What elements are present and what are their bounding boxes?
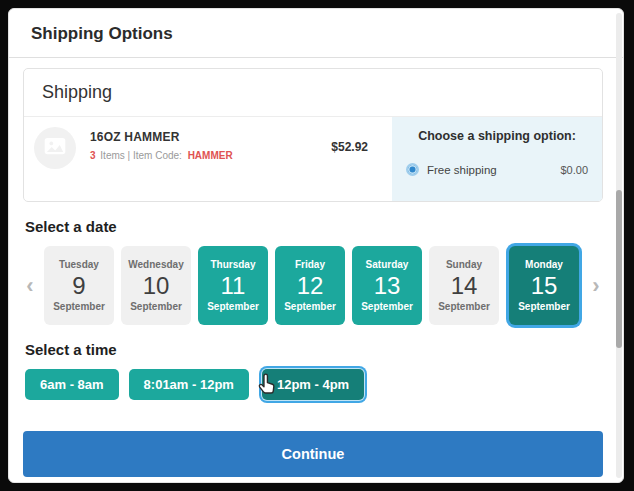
shipping-options-panel: Choose a shipping option: Free shipping … (392, 117, 602, 201)
shipping-option-free[interactable]: Free shipping $0.00 (406, 163, 588, 176)
date-weekday: Thursday (210, 259, 255, 270)
product-row: 16OZ HAMMER 3 Items | Item Code: HAMMER … (24, 117, 392, 201)
product-price: $52.92 (331, 127, 382, 154)
select-time-title: Select a time (25, 341, 603, 358)
shipping-card-title: Shipping (24, 69, 602, 117)
date-card-sunday-14[interactable]: Sunday 14 September (429, 246, 499, 325)
date-card-thursday-11[interactable]: Thursday 11 September (198, 246, 268, 325)
product-qty: 3 (90, 150, 96, 161)
radio-selected-icon[interactable] (406, 163, 419, 176)
date-card-saturday-13[interactable]: Saturday 13 September (352, 246, 422, 325)
page-title: Shipping Options (9, 9, 623, 58)
date-month: September (207, 301, 259, 312)
shipping-options-dialog: Shipping Options Shipping (8, 8, 624, 483)
select-date-title: Select a date (25, 218, 603, 235)
product-meta: 3 Items | Item Code: HAMMER (90, 150, 233, 161)
date-day: 12 (297, 272, 324, 300)
shipping-card: Shipping 16OZ HAMMER (23, 68, 603, 202)
product-image-placeholder (34, 127, 76, 169)
date-month: September (53, 301, 105, 312)
time-slot-6am-8am[interactable]: 6am - 8am (25, 369, 119, 400)
scrollbar-thumb[interactable] (616, 190, 622, 348)
date-month: September (130, 301, 182, 312)
date-month: September (438, 301, 490, 312)
continue-button[interactable]: Continue (23, 431, 603, 477)
date-weekday: Friday (295, 259, 325, 270)
shipping-option-price: $0.00 (560, 164, 588, 176)
product-meta-text: Items | Item Code: (100, 150, 182, 161)
date-card-monday-15-selected[interactable]: Monday 15 September (509, 246, 579, 325)
date-day: 10 (143, 272, 170, 300)
date-weekday: Wednesday (128, 259, 183, 270)
date-month: September (518, 301, 570, 312)
date-carousel: ‹ Tuesday 9 September Wednesday 10 Septe… (23, 246, 603, 325)
date-card-tuesday-9[interactable]: Tuesday 9 September (44, 246, 114, 325)
date-day: 13 (374, 272, 401, 300)
date-weekday: Saturday (366, 259, 409, 270)
date-weekday: Tuesday (59, 259, 99, 270)
time-slot-801am-12pm[interactable]: 8:01am - 12pm (129, 369, 249, 400)
date-weekday: Monday (525, 259, 563, 270)
shipping-card-body: 16OZ HAMMER 3 Items | Item Code: HAMMER … (24, 117, 602, 201)
date-weekday: Sunday (446, 259, 482, 270)
dialog-content: Shipping 16OZ HAMMER (9, 58, 623, 477)
date-day: 11 (221, 272, 246, 300)
product-info: 16OZ HAMMER 3 Items | Item Code: HAMMER (90, 127, 233, 161)
time-slot-12pm-4pm-selected[interactable]: 12pm - 4pm (262, 369, 364, 400)
product-item-code: HAMMER (188, 150, 233, 161)
prev-chevron-icon[interactable]: ‹ (23, 246, 37, 325)
date-card-friday-12[interactable]: Friday 12 September (275, 246, 345, 325)
date-day: 15 (531, 272, 558, 300)
date-day: 9 (72, 272, 85, 300)
next-chevron-icon[interactable]: › (589, 246, 603, 325)
shipping-options-title: Choose a shipping option: (406, 129, 588, 143)
product-name: 16OZ HAMMER (90, 130, 233, 144)
image-icon (42, 133, 68, 163)
date-card-wednesday-10[interactable]: Wednesday 10 September (121, 246, 191, 325)
shipping-option-label: Free shipping (427, 164, 497, 176)
date-day: 14 (451, 272, 478, 300)
time-slot-row: 6am - 8am 8:01am - 12pm 12pm - 4pm (25, 369, 603, 400)
date-month: September (284, 301, 336, 312)
vertical-scrollbar[interactable] (616, 13, 622, 478)
date-month: September (361, 301, 413, 312)
